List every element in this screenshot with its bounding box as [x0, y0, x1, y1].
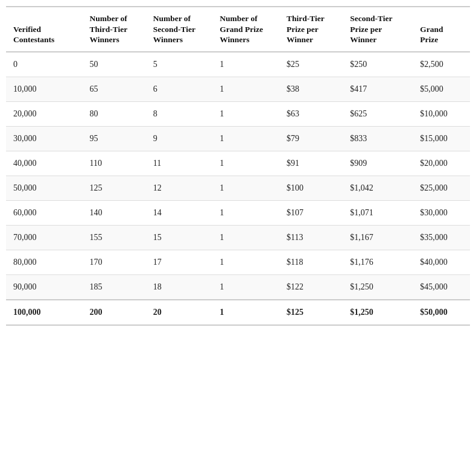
- cell-r5-c4: $100: [279, 176, 343, 200]
- table-row: 20,0008081$63$625$10,000: [6, 101, 470, 126]
- cell-r3-c2: 9: [146, 126, 213, 151]
- cell-r5-c3: 1: [212, 176, 279, 200]
- cell-r9-c3: 1: [212, 274, 279, 300]
- cell-r2-c0: 20,000: [6, 101, 82, 126]
- cell-r9-c2: 18: [146, 274, 213, 300]
- cell-r4-c1: 110: [82, 151, 145, 176]
- table-row: 30,0009591$79$833$15,000: [6, 126, 470, 151]
- table-row: 100,000200201$125$1,250$50,000: [6, 300, 470, 325]
- header-col-0: Verified Contestants: [6, 7, 82, 52]
- cell-r7-c1: 155: [82, 225, 145, 250]
- cell-r10-c1: 200: [82, 300, 145, 325]
- cell-r7-c6: $35,000: [413, 225, 470, 250]
- cell-r6-c2: 14: [146, 200, 213, 225]
- table-row: 40,000110111$91$909$20,000: [6, 151, 470, 176]
- cell-r6-c0: 60,000: [6, 200, 82, 225]
- cell-r0-c2: 5: [146, 52, 213, 77]
- table-row: 70,000155151$113$1,167$35,000: [6, 225, 470, 250]
- cell-r1-c6: $5,000: [413, 77, 470, 101]
- table-row: 60,000140141$107$1,071$30,000: [6, 200, 470, 225]
- table-header-row: Verified ContestantsNumber of Third-Tier…: [6, 7, 470, 52]
- cell-r4-c4: $91: [279, 151, 343, 176]
- header-col-4: Third-Tier Prize per Winner: [279, 7, 343, 52]
- cell-r3-c5: $833: [343, 126, 413, 151]
- cell-r8-c3: 1: [212, 250, 279, 274]
- cell-r2-c2: 8: [146, 101, 213, 126]
- cell-r0-c3: 1: [212, 52, 279, 77]
- cell-r0-c5: $250: [343, 52, 413, 77]
- cell-r6-c5: $1,071: [343, 200, 413, 225]
- cell-r1-c1: 65: [82, 77, 145, 101]
- cell-r9-c0: 90,000: [6, 274, 82, 300]
- header-col-5: Second-Tier Prize per Winner: [343, 7, 413, 52]
- cell-r1-c2: 6: [146, 77, 213, 101]
- table-row: 90,000185181$122$1,250$45,000: [6, 274, 470, 300]
- cell-r5-c5: $1,042: [343, 176, 413, 200]
- cell-r1-c5: $417: [343, 77, 413, 101]
- cell-r5-c2: 12: [146, 176, 213, 200]
- cell-r8-c0: 80,000: [6, 250, 82, 274]
- cell-r2-c5: $625: [343, 101, 413, 126]
- header-col-3: Number of Grand Prize Winners: [212, 7, 279, 52]
- cell-r4-c5: $909: [343, 151, 413, 176]
- cell-r0-c1: 50: [82, 52, 145, 77]
- cell-r6-c6: $30,000: [413, 200, 470, 225]
- cell-r6-c3: 1: [212, 200, 279, 225]
- cell-r3-c0: 30,000: [6, 126, 82, 151]
- cell-r8-c5: $1,176: [343, 250, 413, 274]
- cell-r10-c4: $125: [279, 300, 343, 325]
- cell-r2-c6: $10,000: [413, 101, 470, 126]
- cell-r4-c0: 40,000: [6, 151, 82, 176]
- cell-r7-c2: 15: [146, 225, 213, 250]
- cell-r4-c3: 1: [212, 151, 279, 176]
- header-col-1: Number of Third-Tier Winners: [82, 7, 145, 52]
- cell-r3-c6: $15,000: [413, 126, 470, 151]
- header-col-6: Grand Prize: [413, 7, 470, 52]
- cell-r0-c4: $25: [279, 52, 343, 77]
- cell-r2-c4: $63: [279, 101, 343, 126]
- cell-r10-c5: $1,250: [343, 300, 413, 325]
- cell-r10-c2: 20: [146, 300, 213, 325]
- cell-r8-c2: 17: [146, 250, 213, 274]
- cell-r7-c0: 70,000: [6, 225, 82, 250]
- cell-r9-c6: $45,000: [413, 274, 470, 300]
- cell-r3-c1: 95: [82, 126, 145, 151]
- cell-r10-c6: $50,000: [413, 300, 470, 325]
- cell-r4-c6: $20,000: [413, 151, 470, 176]
- cell-r8-c1: 170: [82, 250, 145, 274]
- cell-r6-c1: 140: [82, 200, 145, 225]
- cell-r9-c1: 185: [82, 274, 145, 300]
- cell-r1-c4: $38: [279, 77, 343, 101]
- table-row: 80,000170171$118$1,176$40,000: [6, 250, 470, 274]
- cell-r7-c5: $1,167: [343, 225, 413, 250]
- cell-r0-c0: 0: [6, 52, 82, 77]
- cell-r2-c3: 1: [212, 101, 279, 126]
- prize-table: Verified ContestantsNumber of Third-Tier…: [6, 6, 470, 326]
- cell-r3-c4: $79: [279, 126, 343, 151]
- cell-r8-c6: $40,000: [413, 250, 470, 274]
- table-row: 50,000125121$100$1,042$25,000: [6, 176, 470, 200]
- cell-r9-c4: $122: [279, 274, 343, 300]
- cell-r10-c3: 1: [212, 300, 279, 325]
- cell-r7-c3: 1: [212, 225, 279, 250]
- cell-r2-c1: 80: [82, 101, 145, 126]
- cell-r9-c5: $1,250: [343, 274, 413, 300]
- table-row: 05051$25$250$2,500: [6, 52, 470, 77]
- cell-r4-c2: 11: [146, 151, 213, 176]
- cell-r6-c4: $107: [279, 200, 343, 225]
- cell-r1-c3: 1: [212, 77, 279, 101]
- table-row: 10,0006561$38$417$5,000: [6, 77, 470, 101]
- cell-r5-c6: $25,000: [413, 176, 470, 200]
- cell-r1-c0: 10,000: [6, 77, 82, 101]
- header-col-2: Number of Second-Tier Winners: [146, 7, 213, 52]
- cell-r3-c3: 1: [212, 126, 279, 151]
- cell-r5-c1: 125: [82, 176, 145, 200]
- cell-r0-c6: $2,500: [413, 52, 470, 77]
- cell-r8-c4: $118: [279, 250, 343, 274]
- cell-r7-c4: $113: [279, 225, 343, 250]
- cell-r5-c0: 50,000: [6, 176, 82, 200]
- cell-r10-c0: 100,000: [6, 300, 82, 325]
